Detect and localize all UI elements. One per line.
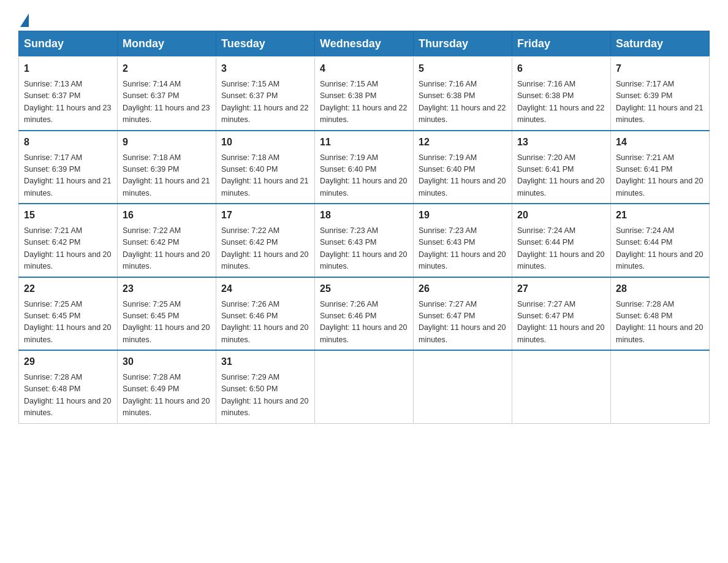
day-info: Sunrise: 7:15 AMSunset: 6:37 PMDaylight:…	[221, 79, 309, 126]
calendar-day-cell: 19Sunrise: 7:23 AMSunset: 6:43 PMDayligh…	[414, 204, 512, 277]
day-info: Sunrise: 7:26 AMSunset: 6:46 PMDaylight:…	[320, 299, 408, 347]
day-info: Sunrise: 7:18 AMSunset: 6:39 PMDaylight:…	[123, 152, 211, 200]
day-info: Sunrise: 7:27 AMSunset: 6:47 PMDaylight:…	[517, 299, 605, 347]
calendar-day-cell: 30Sunrise: 7:28 AMSunset: 6:49 PMDayligh…	[118, 350, 216, 423]
day-info: Sunrise: 7:18 AMSunset: 6:40 PMDaylight:…	[221, 152, 309, 200]
day-number: 11	[320, 135, 408, 150]
day-info: Sunrise: 7:28 AMSunset: 6:49 PMDaylight:…	[123, 372, 211, 419]
day-number: 20	[517, 208, 605, 223]
column-header-wednesday: Wednesday	[315, 31, 414, 58]
day-number: 31	[221, 354, 309, 369]
day-number: 7	[616, 61, 704, 76]
day-number: 29	[24, 354, 112, 369]
calendar-day-cell: 26Sunrise: 7:27 AMSunset: 6:47 PMDayligh…	[414, 277, 512, 351]
day-info: Sunrise: 7:19 AMSunset: 6:40 PMDaylight:…	[320, 152, 408, 200]
day-number: 6	[517, 61, 605, 76]
day-info: Sunrise: 7:17 AMSunset: 6:39 PMDaylight:…	[24, 152, 112, 200]
column-header-monday: Monday	[118, 31, 216, 58]
logo	[18, 12, 29, 25]
calendar-day-cell: 31Sunrise: 7:29 AMSunset: 6:50 PMDayligh…	[216, 350, 315, 423]
day-info: Sunrise: 7:16 AMSunset: 6:38 PMDaylight:…	[419, 79, 507, 126]
column-header-sunday: Sunday	[19, 31, 118, 58]
day-info: Sunrise: 7:25 AMSunset: 6:45 PMDaylight:…	[123, 299, 211, 347]
calendar-day-cell: 13Sunrise: 7:20 AMSunset: 6:41 PMDayligh…	[512, 131, 611, 204]
day-number: 18	[320, 208, 408, 223]
day-info: Sunrise: 7:21 AMSunset: 6:41 PMDaylight:…	[616, 152, 704, 200]
day-number: 4	[320, 61, 408, 76]
calendar-day-cell: 4Sunrise: 7:15 AMSunset: 6:38 PMDaylight…	[315, 57, 414, 131]
day-number: 30	[123, 354, 211, 369]
day-number: 26	[419, 282, 507, 296]
calendar-day-cell: 6Sunrise: 7:16 AMSunset: 6:38 PMDaylight…	[512, 57, 611, 131]
calendar-week-row: 29Sunrise: 7:28 AMSunset: 6:48 PMDayligh…	[19, 350, 710, 423]
day-number: 28	[616, 282, 704, 296]
day-info: Sunrise: 7:28 AMSunset: 6:48 PMDaylight:…	[616, 299, 704, 347]
day-info: Sunrise: 7:28 AMSunset: 6:48 PMDaylight:…	[24, 372, 112, 419]
calendar-day-cell: 22Sunrise: 7:25 AMSunset: 6:45 PMDayligh…	[19, 277, 118, 351]
calendar-table: SundayMondayTuesdayWednesdayThursdayFrid…	[18, 31, 710, 424]
day-number: 2	[123, 61, 211, 76]
day-info: Sunrise: 7:20 AMSunset: 6:41 PMDaylight:…	[517, 152, 605, 200]
calendar-day-cell: 15Sunrise: 7:21 AMSunset: 6:42 PMDayligh…	[19, 204, 118, 277]
day-info: Sunrise: 7:23 AMSunset: 6:43 PMDaylight:…	[419, 225, 507, 273]
logo-top	[18, 12, 29, 27]
calendar-day-cell: 3Sunrise: 7:15 AMSunset: 6:37 PMDaylight…	[216, 57, 315, 131]
day-info: Sunrise: 7:15 AMSunset: 6:38 PMDaylight:…	[320, 79, 408, 126]
logo-triangle-icon	[20, 13, 29, 27]
day-number: 14	[616, 135, 704, 150]
day-info: Sunrise: 7:23 AMSunset: 6:43 PMDaylight:…	[320, 225, 408, 273]
calendar-day-cell	[611, 350, 710, 423]
calendar-day-cell: 25Sunrise: 7:26 AMSunset: 6:46 PMDayligh…	[315, 277, 414, 351]
day-info: Sunrise: 7:26 AMSunset: 6:46 PMDaylight:…	[221, 299, 309, 347]
column-header-tuesday: Tuesday	[216, 31, 315, 58]
calendar-day-cell	[414, 350, 512, 423]
day-info: Sunrise: 7:24 AMSunset: 6:44 PMDaylight:…	[517, 225, 605, 273]
day-info: Sunrise: 7:27 AMSunset: 6:47 PMDaylight:…	[419, 299, 507, 347]
day-number: 3	[221, 61, 309, 76]
calendar-day-cell: 7Sunrise: 7:17 AMSunset: 6:39 PMDaylight…	[611, 57, 710, 131]
calendar-day-cell: 1Sunrise: 7:13 AMSunset: 6:37 PMDaylight…	[19, 57, 118, 131]
calendar-day-cell: 14Sunrise: 7:21 AMSunset: 6:41 PMDayligh…	[611, 131, 710, 204]
calendar-week-row: 1Sunrise: 7:13 AMSunset: 6:37 PMDaylight…	[19, 57, 710, 131]
day-number: 17	[221, 208, 309, 223]
day-number: 13	[517, 135, 605, 150]
day-number: 19	[419, 208, 507, 223]
calendar-day-cell: 10Sunrise: 7:18 AMSunset: 6:40 PMDayligh…	[216, 131, 315, 204]
day-info: Sunrise: 7:25 AMSunset: 6:45 PMDaylight:…	[24, 299, 112, 347]
calendar-day-cell: 23Sunrise: 7:25 AMSunset: 6:45 PMDayligh…	[118, 277, 216, 351]
calendar-day-cell: 9Sunrise: 7:18 AMSunset: 6:39 PMDaylight…	[118, 131, 216, 204]
day-info: Sunrise: 7:22 AMSunset: 6:42 PMDaylight:…	[123, 225, 211, 273]
day-number: 24	[221, 282, 309, 296]
day-info: Sunrise: 7:22 AMSunset: 6:42 PMDaylight:…	[221, 225, 309, 273]
day-number: 22	[24, 282, 112, 296]
calendar-day-cell	[512, 350, 611, 423]
day-info: Sunrise: 7:19 AMSunset: 6:40 PMDaylight:…	[419, 152, 507, 200]
calendar-day-cell	[315, 350, 414, 423]
day-info: Sunrise: 7:21 AMSunset: 6:42 PMDaylight:…	[24, 225, 112, 273]
day-info: Sunrise: 7:14 AMSunset: 6:37 PMDaylight:…	[123, 79, 211, 126]
day-number: 15	[24, 208, 112, 223]
calendar-day-cell: 5Sunrise: 7:16 AMSunset: 6:38 PMDaylight…	[414, 57, 512, 131]
page-header	[18, 12, 710, 25]
day-info: Sunrise: 7:13 AMSunset: 6:37 PMDaylight:…	[24, 79, 112, 126]
day-number: 25	[320, 282, 408, 296]
day-info: Sunrise: 7:16 AMSunset: 6:38 PMDaylight:…	[517, 79, 605, 126]
calendar-day-cell: 28Sunrise: 7:28 AMSunset: 6:48 PMDayligh…	[611, 277, 710, 351]
calendar-day-cell: 21Sunrise: 7:24 AMSunset: 6:44 PMDayligh…	[611, 204, 710, 277]
calendar-day-cell: 29Sunrise: 7:28 AMSunset: 6:48 PMDayligh…	[19, 350, 118, 423]
day-number: 10	[221, 135, 309, 150]
calendar-week-row: 8Sunrise: 7:17 AMSunset: 6:39 PMDaylight…	[19, 131, 710, 204]
column-header-thursday: Thursday	[414, 31, 512, 58]
day-number: 16	[123, 208, 211, 223]
day-number: 21	[616, 208, 704, 223]
calendar-header-row: SundayMondayTuesdayWednesdayThursdayFrid…	[19, 31, 710, 58]
day-number: 9	[123, 135, 211, 150]
day-info: Sunrise: 7:29 AMSunset: 6:50 PMDaylight:…	[221, 372, 309, 419]
calendar-day-cell: 12Sunrise: 7:19 AMSunset: 6:40 PMDayligh…	[414, 131, 512, 204]
calendar-day-cell: 16Sunrise: 7:22 AMSunset: 6:42 PMDayligh…	[118, 204, 216, 277]
day-number: 23	[123, 282, 211, 296]
calendar-week-row: 22Sunrise: 7:25 AMSunset: 6:45 PMDayligh…	[19, 277, 710, 351]
day-info: Sunrise: 7:24 AMSunset: 6:44 PMDaylight:…	[616, 225, 704, 273]
calendar-day-cell: 27Sunrise: 7:27 AMSunset: 6:47 PMDayligh…	[512, 277, 611, 351]
day-number: 1	[24, 61, 112, 76]
